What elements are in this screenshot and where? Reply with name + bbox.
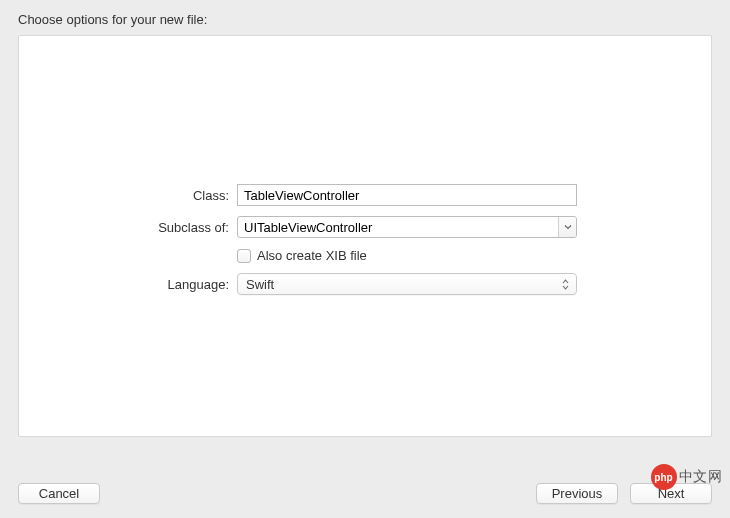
chevron-down-icon — [564, 224, 572, 230]
dialog-title: Choose options for your new file: — [18, 12, 207, 27]
class-label: Class: — [19, 188, 237, 203]
language-row: Language: Swift — [19, 273, 711, 295]
chevron-down-icon — [562, 285, 569, 290]
cancel-button[interactable]: Cancel — [18, 483, 100, 504]
language-value: Swift — [246, 277, 274, 292]
xib-checkbox-wrap: Also create XIB file — [237, 248, 577, 263]
xib-row: Also create XIB file — [19, 248, 711, 263]
xib-checkbox[interactable] — [237, 249, 251, 263]
watermark-text: 中文网 — [679, 468, 723, 486]
dialog-header: Choose options for your new file: — [0, 0, 730, 35]
watermark-badge: php — [651, 464, 677, 490]
footer-left: Cancel — [18, 483, 100, 504]
subclass-dropdown-button[interactable] — [558, 217, 576, 237]
language-field-wrap: Swift — [237, 273, 577, 295]
chevron-up-icon — [562, 279, 569, 284]
language-select[interactable]: Swift — [237, 273, 577, 295]
select-arrows-icon — [560, 276, 570, 292]
subclass-input[interactable] — [237, 216, 577, 238]
class-input[interactable] — [237, 184, 577, 206]
watermark: php 中文网 — [651, 464, 723, 490]
subclass-row: Subclass of: — [19, 216, 711, 238]
subclass-label: Subclass of: — [19, 220, 237, 235]
previous-button[interactable]: Previous — [536, 483, 618, 504]
options-form: Class: Subclass of: Also create XIB file — [19, 184, 711, 305]
xib-checkbox-label: Also create XIB file — [257, 248, 367, 263]
options-panel: Class: Subclass of: Also create XIB file — [18, 35, 712, 437]
class-row: Class: — [19, 184, 711, 206]
class-field-wrap — [237, 184, 577, 206]
subclass-field-wrap — [237, 216, 577, 238]
language-label: Language: — [19, 277, 237, 292]
dialog-footer: Cancel Previous Next — [18, 483, 712, 504]
